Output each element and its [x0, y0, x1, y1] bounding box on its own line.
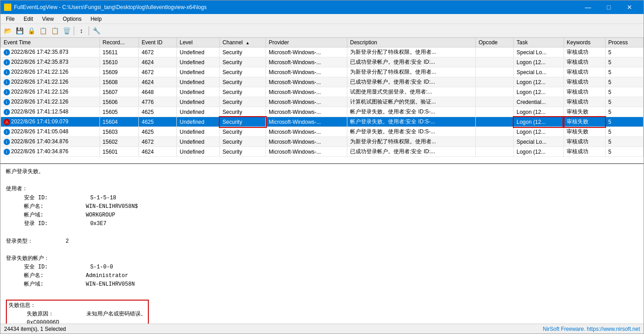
cell-level: Undefined: [177, 117, 220, 127]
col-channel[interactable]: Channel ▲: [220, 38, 266, 47]
cell-event-time: i2022/8/26 17:41:22.126: [1, 97, 100, 107]
minimize-button[interactable]: —: [578, 0, 598, 14]
cell-level: Undefined: [177, 47, 220, 57]
cell-channel: Security: [220, 117, 266, 127]
col-process[interactable]: Process: [605, 38, 643, 47]
cell-event-time: i2022/8/26 17:40:34.876: [1, 147, 100, 157]
table-row[interactable]: i2022/8/26 17:42:35.873156114672Undefine…: [1, 47, 644, 57]
failure-reason: 失败原因： 未知用户名或密码错误。: [9, 310, 146, 319]
title-bar: ⚡ FullEventLogView - C:\Users\Fungsi_tan…: [0, 0, 644, 14]
cell-provider: Microsoft-Windows-...: [266, 147, 347, 157]
table-row[interactable]: i2022/8/26 17:40:34.876156014624Undefine…: [1, 147, 644, 157]
col-event-time[interactable]: Event Time: [1, 38, 100, 47]
cell-opcode: [476, 87, 514, 97]
row-icon: i: [4, 109, 10, 115]
cell-process: 5: [605, 127, 643, 137]
detail-security-id: 安全 ID: S-1-5-18: [6, 194, 638, 202]
table-row[interactable]: i2022/8/26 17:41:22.126156094672Undefine…: [1, 67, 644, 77]
cell-keywords: 审核成功: [564, 87, 605, 97]
toolbar-save[interactable]: 💾: [14, 25, 25, 36]
col-keywords[interactable]: Keywords: [564, 38, 605, 47]
table-row[interactable]: ⚠2022/8/26 17:41:09.079156044625Undefine…: [1, 117, 644, 127]
table-row[interactable]: i2022/8/26 17:41:12.548156054625Undefine…: [1, 107, 644, 117]
cell-keywords: 审核成功: [564, 147, 605, 157]
cell-description: 帐户登录失败。使用者:安全 ID:S-...: [347, 127, 475, 137]
cell-keywords: 审核成功: [564, 77, 605, 87]
menu-help[interactable]: Help: [87, 15, 105, 23]
cell-description: 计算机试图验证帐户的凭据。验证...: [347, 97, 475, 107]
table-row[interactable]: i2022/8/26 17:42:35.873156104624Undefine…: [1, 57, 644, 67]
cell-event-id: 4625: [139, 107, 177, 117]
menu-file[interactable]: File: [2, 15, 18, 23]
cell-channel: Security: [220, 107, 266, 117]
failure-reason-value: 未知用户名或密码错误。: [86, 311, 146, 317]
detail-failed-account-domain: 帐户域: WIN-ENLIHRV058N: [6, 280, 638, 289]
col-level[interactable]: Level: [177, 38, 220, 47]
menu-edit[interactable]: Edit: [20, 15, 37, 23]
close-button[interactable]: ✕: [619, 0, 640, 14]
toolbar-separator-2: [89, 26, 89, 35]
menu-view[interactable]: View: [38, 15, 57, 23]
table-container[interactable]: Event Time Record... Event ID Level Chan…: [0, 38, 644, 164]
cell-channel: Security: [220, 97, 266, 107]
failure-info-section: 失败信息： 失败原因： 未知用户名或密码错误。 0xC000006D: [6, 300, 149, 324]
status-bar: 24434 item(s), 1 Selected NirSoft Freewa…: [0, 324, 644, 334]
cell-record: 15604: [99, 117, 138, 127]
toolbar-sort[interactable]: ↕️: [76, 25, 87, 36]
cell-provider: Microsoft-Windows-...: [266, 137, 347, 147]
cell-record: 15602: [99, 137, 138, 147]
sort-arrow-channel: ▲: [246, 41, 250, 45]
events-table: Event Time Record... Event ID Level Chan…: [0, 38, 644, 157]
cell-level: Undefined: [177, 77, 220, 87]
cell-description: 帐户登录失败。使用者:安全 ID:S-...: [347, 117, 475, 127]
col-opcode[interactable]: Opcode: [476, 38, 514, 47]
toolbar-paste[interactable]: 📋: [49, 25, 60, 36]
cell-level: Undefined: [177, 57, 220, 67]
cell-process: 5: [605, 77, 643, 87]
menu-options[interactable]: Options: [59, 15, 85, 23]
detail-panel: 帐户登录失败。 使用者： 安全 ID: S-1-5-18 帐户名: WIN-EN…: [0, 164, 644, 324]
cell-keywords: 审核失败: [564, 117, 605, 127]
col-task[interactable]: Task: [514, 38, 564, 47]
table-row[interactable]: i2022/8/26 17:41:22.126156074648Undefine…: [1, 87, 644, 97]
cell-event-time: i2022/8/26 17:42:35.873: [1, 57, 100, 67]
cell-provider: Microsoft-Windows-...: [266, 97, 347, 107]
cell-keywords: 审核失败: [564, 107, 605, 117]
detail-failed-account-name: 帐户名: Administrator: [6, 272, 638, 280]
toolbar-open[interactable]: 📂: [2, 25, 13, 36]
cell-keywords: 审核失败: [564, 127, 605, 137]
cell-event-time: i2022/8/26 17:41:12.548: [1, 107, 100, 117]
col-event-id[interactable]: Event ID: [139, 38, 177, 47]
cell-event-time: i2022/8/26 17:41:22.126: [1, 87, 100, 97]
toolbar-settings[interactable]: 🔧: [91, 25, 102, 36]
col-provider[interactable]: Provider: [266, 38, 347, 47]
cell-opcode: [476, 117, 514, 127]
toolbar-delete[interactable]: 🗑️: [61, 25, 72, 36]
col-description[interactable]: Description: [347, 38, 475, 47]
row-icon: i: [4, 149, 10, 155]
table-row[interactable]: i2022/8/26 17:40:34.876156024672Undefine…: [1, 137, 644, 147]
failure-reason-label: 失败原因：: [27, 311, 54, 317]
cell-level: Undefined: [177, 97, 220, 107]
cell-keywords: 审核成功: [564, 47, 605, 57]
table-row[interactable]: i2022/8/26 17:41:22.126156084624Undefine…: [1, 77, 644, 87]
toolbar-lock[interactable]: 🔒: [26, 25, 37, 36]
cell-record: 15606: [99, 97, 138, 107]
cell-opcode: [476, 107, 514, 117]
row-icon: i: [4, 69, 10, 75]
col-record[interactable]: Record...: [99, 38, 138, 47]
cell-description: 已成功登录帐户。使用者:安全 ID:...: [347, 147, 475, 157]
cell-event-time: i2022/8/26 17:41:05.048: [1, 127, 100, 137]
cell-level: Undefined: [177, 107, 220, 117]
cell-description: 试图使用显式凭据登录。使用者:...: [347, 87, 475, 97]
cell-opcode: [476, 57, 514, 67]
toolbar-separator: [74, 26, 74, 35]
maximize-button[interactable]: □: [598, 0, 619, 14]
table-row[interactable]: i2022/8/26 17:41:22.126156064776Undefine…: [1, 97, 644, 107]
table-row[interactable]: i2022/8/26 17:41:05.048156034625Undefine…: [1, 127, 644, 137]
cell-provider: Microsoft-Windows-...: [266, 77, 347, 87]
cell-task: Logon (12...: [514, 77, 564, 87]
toolbar-copy[interactable]: 📋: [38, 25, 48, 36]
cell-process: 5: [605, 87, 643, 97]
cell-description: 为新登录分配了特殊权限。使用者...: [347, 47, 475, 57]
